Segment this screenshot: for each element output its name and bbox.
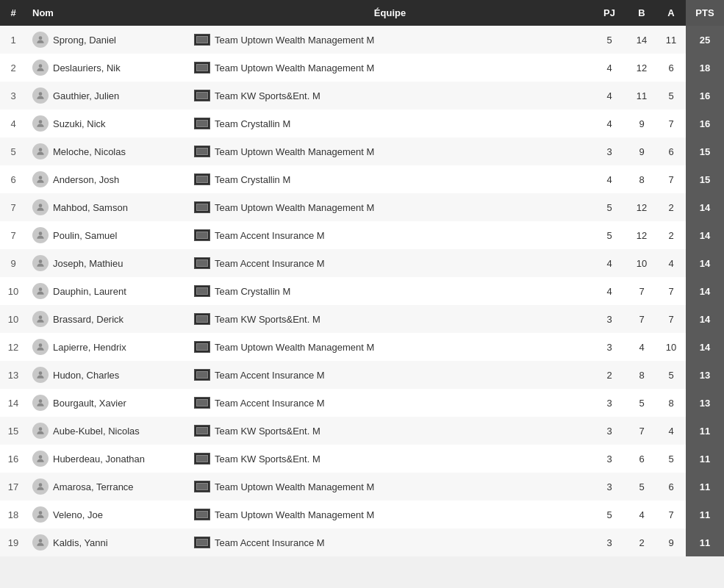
cell-b: 9: [627, 110, 656, 137]
svg-point-0: [39, 36, 43, 40]
player-name: Suzuki, Nick: [53, 118, 106, 129]
team-name: Team Crystallin M: [215, 174, 290, 185]
player-avatar: [32, 199, 49, 215]
cell-b: 8: [627, 361, 656, 389]
team-name: Team KW Sports&Ent. M: [215, 314, 320, 325]
cell-nom: Meloche, Nicolas: [26, 137, 188, 165]
cell-equipe: Team KW Sports&Ent. M: [188, 82, 592, 110]
player-name: Poulin, Samuel: [53, 230, 117, 241]
cell-pts: 15: [686, 165, 724, 193]
team-logo: [194, 537, 210, 548]
team-name: Team Crystallin M: [215, 118, 290, 129]
cell-equipe: Team Crystallin M: [188, 165, 592, 193]
cell-b: 12: [627, 54, 656, 82]
team-logo-inner: [196, 483, 208, 490]
person-icon: [35, 370, 46, 380]
cell-pj: 4: [592, 165, 627, 193]
cell-rank: 10: [0, 305, 26, 333]
cell-equipe: Team Accent Insurance M: [188, 389, 592, 417]
cell-pj: 3: [592, 137, 627, 165]
team-logo: [194, 90, 210, 101]
player-avatar: [32, 283, 49, 299]
svg-point-13: [39, 399, 43, 403]
header-pts: PTS: [686, 0, 724, 26]
cell-pts: 16: [686, 110, 724, 137]
cell-pts: 11: [686, 501, 724, 528]
cell-a: 2: [656, 193, 686, 221]
team-logo: [194, 341, 210, 353]
team-logo-inner: [196, 148, 208, 155]
cell-equipe: Team Uptown Wealth Management M: [188, 54, 592, 82]
cell-nom: Gauthier, Julien: [26, 82, 188, 110]
team-logo: [194, 62, 210, 74]
table-row: 7 Mahbod, Samson Team Uptown Wealth Mana…: [0, 193, 724, 221]
cell-a: 5: [656, 82, 686, 110]
person-icon: [35, 118, 46, 129]
team-logo: [194, 481, 210, 492]
cell-a: 7: [656, 110, 686, 137]
cell-nom: Suzuki, Nick: [26, 110, 188, 137]
cell-a: 8: [656, 389, 686, 417]
team-name: Team Accent Insurance M: [215, 258, 325, 269]
player-avatar: [32, 60, 49, 76]
team-logo: [194, 146, 210, 157]
cell-pts: 14: [686, 249, 724, 277]
table-row: 14 Bourgault, Xavier Team Accent Insuran…: [0, 389, 724, 417]
cell-nom: Dauphin, Laurent: [26, 277, 188, 305]
cell-rank: 19: [0, 528, 26, 556]
cell-pj: 3: [592, 528, 627, 556]
team-logo: [194, 397, 210, 409]
cell-rank: 17: [0, 473, 26, 501]
cell-pts: 14: [686, 333, 724, 361]
team-name: Team KW Sports&Ent. M: [215, 453, 320, 465]
cell-nom: Joseph, Mathieu: [26, 249, 188, 277]
cell-pj: 5: [592, 221, 627, 249]
svg-point-7: [39, 232, 43, 235]
cell-rank: 13: [0, 361, 26, 389]
cell-nom: Kaldis, Yanni: [26, 528, 188, 556]
cell-equipe: Team Uptown Wealth Management M: [188, 333, 592, 361]
cell-pj: 2: [592, 361, 627, 389]
cell-a: 5: [656, 445, 686, 473]
header-pj: PJ: [592, 0, 627, 26]
cell-pj: 4: [592, 277, 627, 305]
header-b: B: [627, 0, 656, 26]
svg-point-15: [39, 455, 43, 459]
team-logo-inner: [196, 399, 208, 406]
svg-point-6: [39, 204, 43, 207]
cell-nom: Huberdeau, Jonathan: [26, 445, 188, 473]
team-name: Team Uptown Wealth Management M: [215, 146, 374, 157]
header-equipe: Équipe: [188, 0, 592, 26]
cell-rank: 1: [0, 26, 26, 54]
cell-rank: 7: [0, 221, 26, 249]
cell-b: 5: [627, 389, 656, 417]
person-icon: [35, 62, 46, 73]
cell-pts: 15: [686, 137, 724, 165]
cell-pts: 16: [686, 82, 724, 110]
cell-b: 11: [627, 82, 656, 110]
cell-nom: Amarosa, Terrance: [26, 473, 188, 501]
cell-pj: 4: [592, 54, 627, 82]
cell-nom: Veleno, Joe: [26, 501, 188, 528]
svg-point-1: [39, 64, 43, 68]
cell-b: 7: [627, 277, 656, 305]
team-name: Team Accent Insurance M: [215, 398, 325, 409]
team-logo-inner: [196, 371, 208, 379]
cell-equipe: Team Accent Insurance M: [188, 528, 592, 556]
cell-nom: Anderson, Josh: [26, 165, 188, 193]
table-row: 19 Kaldis, Yanni Team Accent Insurance M…: [0, 528, 724, 556]
player-name: Anderson, Josh: [53, 174, 119, 185]
table-row: 4 Suzuki, Nick Team Crystallin M 49716: [0, 110, 724, 137]
cell-pj: 5: [592, 501, 627, 528]
cell-equipe: Team Uptown Wealth Management M: [188, 193, 592, 221]
team-logo: [194, 34, 210, 46]
header-nom: Nom: [26, 0, 188, 26]
player-avatar: [32, 143, 49, 159]
cell-b: 8: [627, 165, 656, 193]
svg-point-5: [39, 176, 43, 179]
cell-pts: 11: [686, 417, 724, 445]
player-name: Joseph, Mathieu: [53, 258, 123, 269]
player-avatar: [32, 171, 49, 187]
cell-equipe: Team Uptown Wealth Management M: [188, 501, 592, 528]
team-logo: [194, 369, 210, 381]
